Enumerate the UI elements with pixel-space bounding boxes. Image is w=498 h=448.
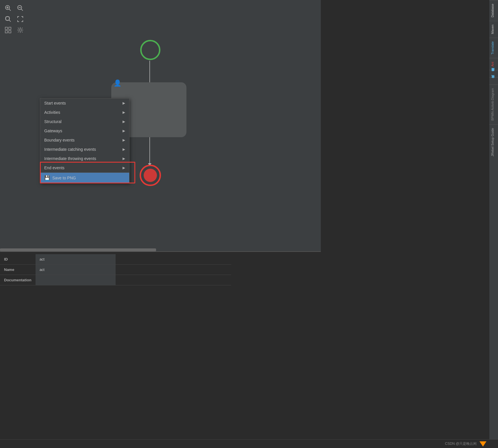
vertical-tabs: Database Maven Translate Ant 应用服务器 收藏夹 B… [489,0,498,448]
horizontal-scrollbar[interactable] [0,248,321,251]
menu-item-boundary-events-label: Boundary events [44,138,75,142]
arrow-right-icon-4: ▶ [123,129,125,133]
menu-item-start-events[interactable]: Start events ▶ [40,98,129,108]
menu-item-structural[interactable]: Structural ▶ [40,117,129,126]
task-user-icon: 👤 [114,79,121,87]
menu-item-end-events-label: End events [44,166,64,170]
vtab-app-tools[interactable]: 应用服务器 [489,70,498,77]
menu-item-activities[interactable]: Activities ▶ [40,108,129,117]
orange-arrow-icon[interactable] [480,441,486,447]
start-event[interactable] [140,40,160,60]
canvas-area: 👤 Start events ▶ Activities ▶ Structural… [0,0,321,251]
vtab-database[interactable]: Database [489,0,498,21]
property-field-doc: Documentation [0,275,36,285]
menu-item-activities-label: Activities [44,110,60,115]
vtab-maven[interactable]: Maven [489,21,498,38]
end-event-inner [144,169,157,182]
menu-item-end-events[interactable]: End events ▶ [40,163,129,172]
menu-item-structural-label: Structural [44,119,62,124]
menu-item-save-png[interactable]: 💾 Save to PNG [40,173,129,183]
property-extra-doc [116,275,231,285]
menu-item-intermediate-catching-label: Intermediate catching events [44,147,96,152]
property-value-doc[interactable] [36,275,116,285]
vtab-jrebel[interactable]: JRebel Setup Guide [489,124,498,160]
properties-table: ID act Name act Documentation [0,254,231,285]
property-extra-name [116,265,231,275]
menu-item-intermediate-throwing-label: Intermediate throwing events [44,156,96,161]
menu-item-gateways[interactable]: Gateways ▶ [40,126,129,135]
arrow-task-to-end [149,137,150,166]
vtab-ant[interactable]: Ant [489,58,498,70]
arrow-right-icon-6: ▶ [123,147,125,151]
table-row: ID act [0,254,231,265]
property-field-id: ID [0,254,36,265]
menu-item-intermediate-catching[interactable]: Intermediate catching events ▶ [40,145,129,154]
property-value-name[interactable]: act [36,265,116,275]
arrow-right-icon: ▶ [123,101,125,105]
menu-item-intermediate-throwing[interactable]: Intermediate throwing events ▶ [40,154,129,163]
end-event[interactable] [140,165,161,186]
scrollbar-thumb[interactable] [0,248,156,251]
context-menu: Start events ▶ Activities ▶ Structural ▶… [40,98,129,183]
property-extra-id [116,254,231,265]
vtab-favorites[interactable]: 收藏夹 [489,77,498,84]
vtab-translate[interactable]: Translate [489,38,498,58]
table-row: Documentation [0,275,231,285]
footer-bar: CSDN @只是晚云闲 [0,439,498,448]
arrow-right-icon-5: ▶ [123,138,125,142]
table-row: Name act [0,265,231,275]
footer-text: CSDN @只是晚云闲 [445,441,477,446]
diagram-container: 👤 Start events ▶ Activities ▶ Structural… [0,0,321,251]
vtab-bpmn[interactable]: BPMN-Activiti-Diagram [489,84,498,124]
menu-item-save-png-label: Save to PNG [52,176,76,180]
arrow-right-icon-3: ▶ [123,120,125,124]
property-field-name: Name [0,265,36,275]
menu-item-gateways-label: Gateways [44,129,62,133]
menu-item-boundary-events[interactable]: Boundary events ▶ [40,135,129,145]
arrow-right-icon-2: ▶ [123,110,125,114]
property-value-id[interactable]: act [36,254,116,265]
arrow-right-icon-7: ▶ [123,157,125,161]
arrow-right-icon-8: ▶ [123,166,125,170]
save-png-icon: 💾 [44,175,50,181]
menu-item-start-events-label: Start events [44,101,66,105]
properties-panel-inner: ID act Name act Documentation [0,252,321,288]
properties-panel: ID act Name act Documentation [0,251,321,309]
